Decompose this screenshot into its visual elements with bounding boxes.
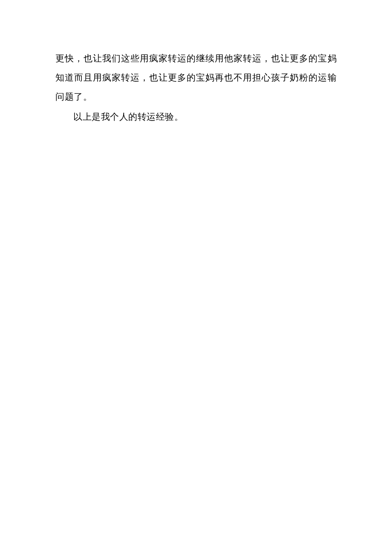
body-paragraph-1: 更快，也让我们这些用疯家转运的继续用他家转运，也让更多的宝妈知道而且用疯家转运，… [55, 49, 337, 107]
document-page: 更快，也让我们这些用疯家转运的继续用他家转运，也让更多的宝妈知道而且用疯家转运，… [0, 0, 392, 127]
body-paragraph-2: 以上是我个人的转运经验。 [55, 107, 337, 127]
